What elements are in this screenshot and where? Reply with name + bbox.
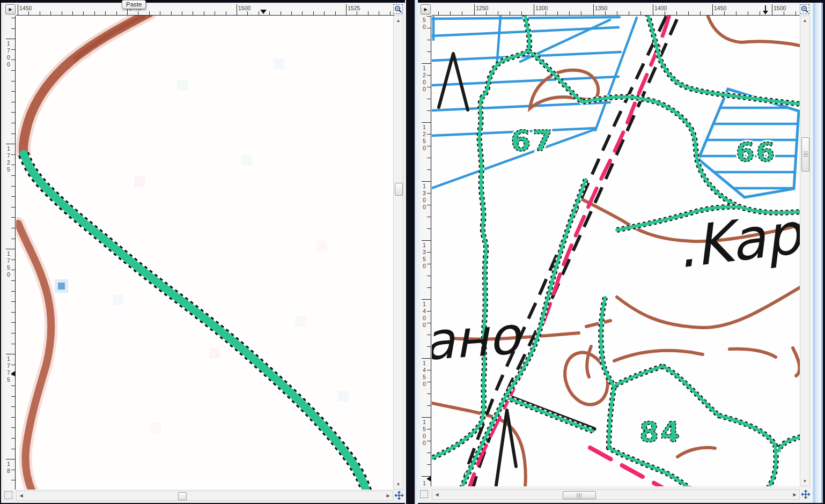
ruler-position-marker — [426, 476, 431, 481]
play-triangle-icon: ▶ — [9, 7, 12, 12]
ruler-label: 1400 — [654, 5, 667, 11]
vertical-ruler-left[interactable]: 1700 1725 1750 1775 18 — [4, 16, 16, 490]
paste-tooltip: Paste — [122, 0, 146, 9]
ruler-label: 50 — [421, 17, 427, 31]
ruler-tick — [6, 354, 15, 354]
window-border-right — [811, 3, 824, 503]
scroll-left-arrow-icon[interactable]: ◀ — [432, 490, 441, 499]
ruler-position-marker — [762, 5, 769, 15]
scrollbar-thumb[interactable] — [801, 137, 809, 172]
move-cross-icon — [394, 491, 404, 500]
placename-ano: ано — [432, 305, 525, 372]
ruler-tick — [422, 181, 431, 182]
image-canvas-topo-map[interactable]: 67 67 66 66 84 84 .Kap ано — [432, 16, 800, 486]
horizontal-ruler-right[interactable]: 1250 1300 1350 1400 1450 1500 — [432, 4, 800, 16]
ruler-label: 1500 — [421, 419, 427, 447]
topographic-map: 67 67 66 66 84 84 .Kap ано — [432, 16, 800, 486]
ruler-label: 1775 — [5, 355, 11, 383]
vertical-scrollbar-right-window[interactable]: ▲ ▼ — [800, 16, 810, 486]
ruler-tick — [593, 4, 594, 15]
horizontal-scrollbar-right-window[interactable]: ◀ ▶ — [432, 490, 800, 500]
horizontal-ruler-left[interactable]: 1450 1475 1500 1525 — [16, 4, 394, 16]
ruler-tick — [422, 63, 431, 64]
ruler-label: 1250 — [421, 124, 427, 152]
ruler-tick — [346, 4, 347, 15]
pixelated-map-view — [16, 16, 393, 490]
scrollbar-thumb[interactable] — [178, 492, 187, 500]
quick-mask-toggle-icon[interactable] — [420, 490, 428, 498]
pan-view-button[interactable] — [394, 491, 404, 500]
ruler-label: 1725 — [5, 145, 11, 173]
ruler-position-marker — [11, 371, 15, 376]
image-canvas-zoomed-pixels[interactable] — [16, 16, 393, 490]
ruler-label: 1700 — [5, 40, 11, 68]
scroll-down-arrow-icon[interactable]: ▼ — [394, 480, 403, 489]
contour-line-red-lower — [18, 224, 51, 490]
vertical-ruler-right[interactable]: 50 1200 1250 1300 1350 1400 1450 1500 1 — [420, 16, 431, 486]
triangle-symbols — [439, 54, 516, 485]
ruler-tick — [534, 4, 534, 15]
ruler-label: 1750 — [5, 250, 11, 278]
scroll-right-arrow-icon[interactable]: ▶ — [384, 491, 393, 500]
scroll-right-arrow-icon[interactable]: ▶ — [790, 490, 799, 499]
zoom-follows-window-icon[interactable] — [800, 4, 809, 14]
ruler-tick — [6, 249, 15, 249]
ruler-tick — [6, 39, 15, 39]
scrollbar-thumb[interactable] — [563, 491, 596, 499]
ruler-tick — [18, 4, 18, 15]
ruler-position-marker — [260, 10, 267, 14]
ruler-label: 1450 — [421, 360, 427, 388]
ruler-origin-menu-button[interactable]: ▶ — [421, 4, 431, 14]
ruler-tick — [422, 122, 431, 123]
pan-view-button[interactable] — [801, 490, 811, 499]
ruler-label: 1350 — [421, 242, 427, 270]
selected-green-line-marching-ants — [24, 154, 367, 490]
ruler-label: 1250 — [476, 5, 488, 11]
scroll-down-arrow-icon[interactable]: ▼ — [800, 477, 809, 486]
scroll-left-arrow-icon[interactable]: ◀ — [17, 491, 26, 500]
ruler-label: 18 — [5, 461, 11, 475]
ruler-label: 1450 — [714, 5, 726, 11]
wetland-blue-lines — [432, 17, 637, 188]
gimp-dual-window-view: ▶ 1450 1475 1500 1525 1700 1725 1750 177… — [0, 0, 825, 504]
ruler-label: 1500 — [774, 5, 786, 11]
ruler-tick — [422, 299, 431, 300]
ruler-tick — [422, 240, 431, 241]
image-window-left: ▶ 1450 1475 1500 1525 1700 1725 1750 177… — [1, 3, 405, 503]
horizontal-scrollbar-left-window[interactable]: ◀ ▶ — [16, 491, 393, 501]
contour-line-red-upper — [23, 16, 149, 154]
ruler-tick — [653, 4, 653, 15]
ruler-label: 1300 — [535, 5, 548, 11]
ruler-label: 1200 — [421, 65, 427, 93]
scroll-up-arrow-icon[interactable]: ▲ — [394, 16, 403, 25]
ruler-tick — [6, 144, 15, 144]
ruler-label: 1500 — [238, 5, 251, 11]
image-window-right: ▶ 1250 1300 1350 1400 1450 1500 50 1200 — [418, 3, 824, 503]
move-cross-icon — [801, 490, 811, 499]
ruler-origin-menu-button[interactable]: ▶ — [5, 4, 16, 14]
ruler-tick — [6, 459, 15, 459]
ruler-tick — [237, 4, 237, 15]
label-66: 66 — [736, 137, 777, 168]
ruler-label: 1400 — [421, 301, 427, 329]
vertical-scrollbar-left-window[interactable]: ▲ ▼ — [393, 16, 403, 490]
ruler-label: 1525 — [348, 5, 360, 11]
ruler-tick — [422, 358, 431, 359]
scroll-up-arrow-icon[interactable]: ▲ — [800, 16, 809, 25]
zoom-follows-window-icon[interactable] — [393, 4, 403, 14]
blue-pixel-dot — [55, 279, 68, 293]
label-67: 67 — [511, 124, 554, 158]
play-triangle-icon: ▶ — [424, 7, 427, 12]
quick-mask-toggle-icon[interactable] — [4, 491, 12, 499]
ruler-label: 1450 — [19, 5, 32, 11]
ruler-tick — [712, 4, 713, 15]
magnifier-icon — [801, 5, 808, 13]
ruler-tick — [772, 4, 772, 15]
scrollbar-thumb[interactable] — [395, 183, 403, 196]
label-84: 84 — [639, 416, 681, 448]
ruler-tick — [474, 4, 475, 15]
window-gap — [405, 0, 418, 504]
ruler-label: 1300 — [421, 183, 427, 211]
ruler-label: 1350 — [595, 5, 607, 11]
magnifier-icon — [394, 5, 402, 13]
